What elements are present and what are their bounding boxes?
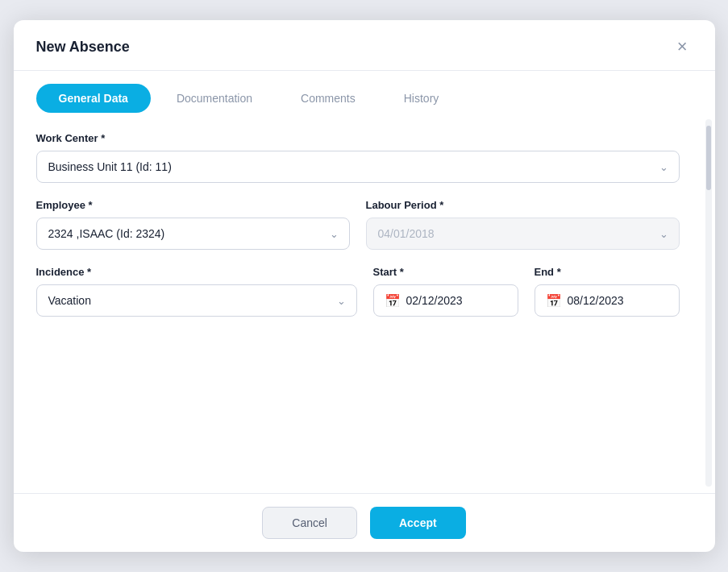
modal-body-area: Work Center * Business Unit 11 (Id: 11) …	[14, 113, 715, 493]
employee-group: Employee * 2324 ,ISAAC (Id: 2324) ⌄	[36, 199, 350, 250]
end-date-wrapper: 📅	[535, 284, 680, 317]
tab-bar: General Data Documentation Comments Hist…	[14, 71, 715, 113]
labour-period-label: Labour Period *	[366, 199, 680, 211]
work-center-select[interactable]: Business Unit 11 (Id: 11)	[36, 151, 680, 183]
incidence-group: Incidence * Vacation ⌄	[36, 266, 357, 317]
close-button[interactable]: ×	[672, 36, 693, 57]
labour-period-select-wrapper: 04/01/2018 ⌄	[366, 218, 680, 250]
new-absence-modal: New Absence × General Data Documentation…	[14, 20, 715, 552]
work-center-section: Work Center * Business Unit 11 (Id: 11) …	[36, 132, 680, 183]
tab-history[interactable]: History	[381, 84, 462, 113]
work-center-select-wrapper: Business Unit 11 (Id: 11) ⌄	[36, 151, 680, 183]
incidence-select[interactable]: Vacation	[36, 284, 357, 317]
tab-general-data[interactable]: General Data	[36, 84, 151, 113]
employee-select-wrapper: 2324 ,ISAAC (Id: 2324) ⌄	[36, 218, 350, 250]
end-date-label: End *	[535, 266, 680, 278]
employee-labour-row: Employee * 2324 ,ISAAC (Id: 2324) ⌄ Labo…	[36, 199, 680, 250]
tab-comments[interactable]: Comments	[278, 84, 378, 113]
modal-footer: Cancel Accept	[14, 493, 715, 552]
cancel-button[interactable]: Cancel	[262, 507, 357, 539]
modal-overlay: New Absence × General Data Documentation…	[0, 0, 728, 572]
labour-period-select[interactable]: 04/01/2018	[366, 218, 680, 250]
incidence-select-wrapper: Vacation ⌄	[36, 284, 357, 317]
modal-body: Work Center * Business Unit 11 (Id: 11) …	[14, 113, 702, 493]
end-date-group: End * 📅	[535, 266, 680, 317]
modal-title: New Absence	[36, 39, 130, 56]
work-center-group: Work Center * Business Unit 11 (Id: 11) …	[36, 132, 680, 183]
employee-label: Employee *	[36, 199, 350, 211]
end-date-input[interactable]	[535, 284, 680, 317]
start-date-label: Start *	[373, 266, 518, 278]
scrollbar-thumb	[706, 126, 711, 190]
modal-header: New Absence ×	[14, 20, 715, 71]
scrollbar-track	[705, 119, 712, 487]
labour-period-group: Labour Period * 04/01/2018 ⌄	[366, 199, 680, 250]
employee-select[interactable]: 2324 ,ISAAC (Id: 2324)	[36, 218, 350, 250]
incidence-dates-row: Incidence * Vacation ⌄ Start * 📅	[36, 266, 680, 317]
start-date-input[interactable]	[373, 284, 518, 317]
start-date-group: Start * 📅	[373, 266, 518, 317]
start-date-wrapper: 📅	[373, 284, 518, 317]
accept-button[interactable]: Accept	[370, 507, 466, 539]
incidence-label: Incidence *	[36, 266, 357, 278]
work-center-label: Work Center *	[36, 132, 680, 144]
tab-documentation[interactable]: Documentation	[154, 84, 275, 113]
